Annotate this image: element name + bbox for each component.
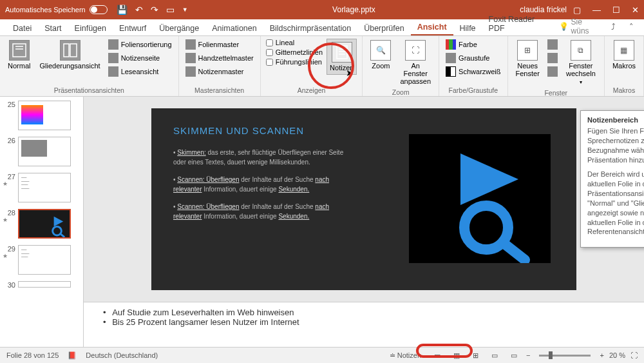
group-color-grayscale: Farbe Graustufe Schwarzweiß Farbe/Graust… <box>439 36 507 96</box>
undo-icon[interactable]: ↶ <box>135 5 143 15</box>
note-line: Bis 25 Prozent langsamer lesen Nutzer im… <box>103 317 625 327</box>
normal-view-icon[interactable]: ▦ <box>450 350 464 361</box>
screentip: Notizenbereich Fügen Sie Ihren Folien Sp… <box>580 110 644 248</box>
cascade-button[interactable] <box>546 52 559 64</box>
magnifier-icon: 🔍 <box>376 46 386 55</box>
tab-ansicht[interactable]: Ansicht <box>411 20 453 35</box>
svg-rect-3 <box>64 44 69 57</box>
share-icon[interactable]: ⤴ <box>607 20 620 33</box>
gridlines-checkbox[interactable]: Gitternetzlinien <box>266 48 323 56</box>
svg-point-9 <box>53 226 62 235</box>
fit-slide-button[interactable]: ⛶ <box>630 351 638 359</box>
ribbon: Normal Gliederungsansicht Foliensortieru… <box>0 36 644 97</box>
notes-icon: ≐ <box>390 351 395 360</box>
arrange-all-button[interactable] <box>546 39 559 50</box>
notes-master-button[interactable]: Notizenmaster <box>184 66 255 77</box>
reading-view-icon[interactable]: ▭ <box>488 350 502 361</box>
slide-counter[interactable]: Folie 28 von 125 <box>6 351 59 359</box>
slideshow-view-icon[interactable]: ▭ <box>507 350 521 361</box>
language-indicator[interactable]: Deutsch (Deutschland) <box>86 351 158 359</box>
status-bar: Folie 28 von 125 📕 Deutsch (Deutschland)… <box>0 347 644 363</box>
fit-to-window-button[interactable]: ⛶ An Fenster anpassen <box>397 39 433 86</box>
move-split-button[interactable] <box>546 66 559 77</box>
workspace: 25 26 27★ ━━━━━━━━━━━━━━━━━━━━━ 28★ 29★ … <box>0 97 644 347</box>
group-macros: ▦ Makros Makros <box>605 36 644 96</box>
macros-icon: ▦ <box>620 46 627 55</box>
tab-entwurf[interactable]: Entwurf <box>113 21 153 35</box>
group-master-views: Folienmaster Handzettelmaster Notizenmas… <box>179 36 261 96</box>
zoom-out-button[interactable]: − <box>526 351 530 359</box>
notes-pane[interactable]: Auf Studie zum Leseverhalten im Web hinw… <box>84 302 644 347</box>
sorter-view-icon[interactable]: ⊞ <box>469 350 482 361</box>
new-window-icon: ⊞ <box>524 46 531 55</box>
note-line: Auf Studie zum Leseverhalten im Web hinw… <box>103 308 625 317</box>
zoom-button[interactable]: 🔍 Zoom <box>368 39 393 71</box>
ribbon-tabs: Datei Start Einfügen Entwurf Übergänge A… <box>0 19 644 36</box>
thumbnail-29[interactable]: 29★ ━━━━━━━━━━━━━━━ <box>3 245 80 275</box>
group-presentation-views: Normal Gliederungsansicht Foliensortieru… <box>0 36 179 96</box>
zoom-percent[interactable]: 20 % <box>609 351 625 359</box>
switch-windows-button[interactable]: ⧉ Fenster wechseln ▾ <box>563 39 599 87</box>
color-button[interactable]: Farbe <box>444 39 502 50</box>
notes-toggle-button[interactable]: ≐Notizen <box>386 350 425 361</box>
switch-window-icon: ⧉ <box>578 46 583 55</box>
reading-view-button[interactable]: Leseansicht <box>107 66 173 77</box>
tab-animationen[interactable]: Animationen <box>205 21 263 35</box>
thumbnail-25[interactable]: 25 <box>3 101 80 130</box>
collapse-ribbon-icon[interactable]: ˄ <box>625 20 638 33</box>
group-window: ⊞ Neues Fenster ⧉ Fenster wechseln ▾ Fen… <box>508 36 605 96</box>
slide-body: • Skimmen: das erste, sehr flüchtige Übe… <box>173 148 354 221</box>
slide-master-button[interactable]: Folienmaster <box>184 39 255 50</box>
zoom-in-button[interactable]: + <box>600 351 603 359</box>
svg-rect-4 <box>70 44 77 57</box>
zoom-slider[interactable] <box>539 355 591 357</box>
maximize-icon[interactable]: ☐ <box>612 5 620 15</box>
qat-more-icon[interactable]: ▼ <box>182 6 188 13</box>
group-show: Lineal Gitternetzlinien Führungslinien N… <box>261 36 363 96</box>
thumbnail-28[interactable]: 28★ <box>3 209 80 239</box>
quick-access-toolbar: 💾 ↶ ↷ ▭ ▼ <box>117 5 188 15</box>
svg-line-12 <box>504 244 525 260</box>
slide-thumbnails-pane[interactable]: 25 26 27★ ━━━━━━━━━━━━━━━━━━━━━ 28★ 29★ … <box>0 97 84 347</box>
ruler-checkbox[interactable]: Lineal <box>266 39 323 46</box>
guides-checkbox[interactable]: Führungslinien <box>266 58 323 66</box>
group-zoom: 🔍 Zoom ⛶ An Fenster anpassen Zoom <box>363 36 439 96</box>
tab-einfuegen[interactable]: Einfügen <box>68 21 113 35</box>
tab-bildschirmpraesentation[interactable]: Bildschirmpräsentation <box>263 21 357 35</box>
document-title: Vorlage.pptx <box>188 5 520 14</box>
spellcheck-icon[interactable]: 📕 <box>68 351 77 360</box>
ribbon-options-icon[interactable]: ▢ <box>573 5 581 15</box>
svg-line-10 <box>61 234 64 237</box>
tab-foxit[interactable]: Foxit Reader PDF <box>482 12 559 35</box>
thumbnail-27[interactable]: 27★ ━━━━━━━━━━━━━━━━━━━━━ <box>3 173 80 202</box>
new-window-button[interactable]: ⊞ Neues Fenster <box>513 39 542 79</box>
thumbnail-26[interactable]: 26 <box>3 137 80 166</box>
macros-button[interactable]: ▦ Makros <box>610 39 638 71</box>
minimize-icon[interactable]: — <box>592 5 601 15</box>
tell-me-search[interactable]: 💡 Sie wüns <box>559 17 602 35</box>
autosave-toggle[interactable]: Automatisches Speichern <box>5 5 108 14</box>
comments-button[interactable]: ▭ <box>430 350 444 361</box>
tab-start[interactable]: Start <box>38 21 68 35</box>
save-icon[interactable]: 💾 <box>117 5 128 15</box>
notes-page-button[interactable]: Notizenseite <box>107 52 173 64</box>
redo-icon[interactable]: ↷ <box>151 5 158 15</box>
normal-view-button[interactable]: Normal <box>5 39 33 71</box>
blackwhite-button[interactable]: Schwarzweiß <box>444 66 502 77</box>
slide-sorter-button[interactable]: Foliensortierung <box>107 39 173 50</box>
tab-hilfe[interactable]: Hilfe <box>453 21 482 35</box>
thumbnail-30[interactable]: 30 <box>3 281 80 289</box>
grayscale-button[interactable]: Graustufe <box>444 52 502 64</box>
handout-master-button[interactable]: Handzettelmaster <box>184 52 255 64</box>
notes-pane-button[interactable]: Notizen ➤ <box>327 39 357 75</box>
slide-title: SKIMMEN UND SCANNEN <box>173 125 354 136</box>
fit-window-icon: ⛶ <box>412 46 419 55</box>
cursor-icon: ➤ <box>346 68 354 78</box>
close-icon[interactable]: ✕ <box>632 5 639 15</box>
tab-uebergaenge[interactable]: Übergänge <box>153 21 205 35</box>
current-slide[interactable]: SKIMMEN UND SCANNEN • Skimmen: das erste… <box>151 108 576 290</box>
tab-ueberpruefen[interactable]: Überprüfen <box>357 21 411 35</box>
tab-datei[interactable]: Datei <box>6 21 38 35</box>
outline-view-button[interactable]: Gliederungsansicht <box>37 39 102 71</box>
start-slideshow-icon[interactable]: ▭ <box>166 5 175 15</box>
